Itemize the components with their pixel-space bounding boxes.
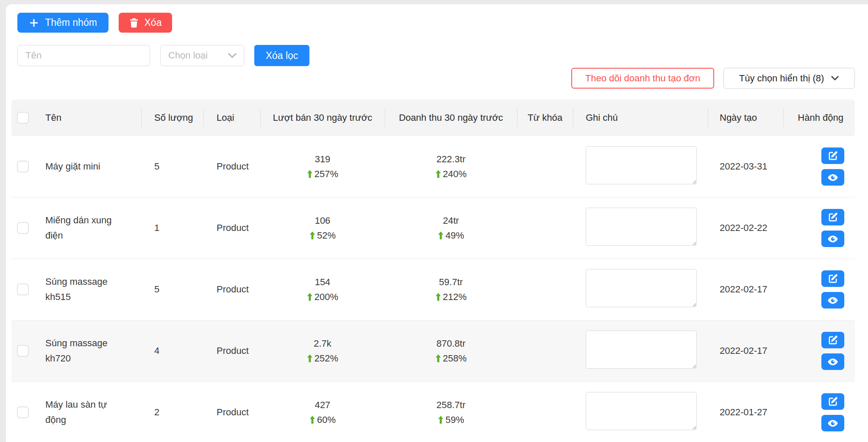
product-name-cell: Máy giặt mini — [40, 159, 141, 174]
sales-change: 252% — [314, 353, 338, 364]
sales-change: 257% — [314, 169, 338, 180]
revenue-value: 24tr — [443, 215, 459, 226]
note-cell — [573, 392, 708, 433]
display-options-label: Tùy chọn hiển thị (8) — [739, 74, 824, 83]
note-textarea[interactable] — [586, 331, 697, 369]
row-checkbox-cell — [11, 222, 40, 234]
note-cell — [573, 331, 708, 371]
view-button[interactable] — [821, 169, 844, 186]
row-actions-cell — [783, 332, 855, 370]
edit-square-icon — [827, 212, 838, 223]
note-textarea[interactable] — [586, 208, 697, 246]
row-checkbox[interactable] — [17, 161, 29, 172]
type-cell: Product — [203, 284, 260, 295]
row-actions-cell — [783, 209, 855, 247]
revenue-value: 870.8tr — [437, 338, 466, 349]
quantity-cell: 4 — [141, 345, 203, 356]
view-button[interactable] — [821, 353, 844, 370]
sales-value: 154 — [315, 277, 331, 288]
sales-change: 60% — [317, 414, 336, 425]
type-select[interactable]: Chọn loại — [160, 45, 244, 66]
sales-value: 319 — [315, 154, 331, 165]
toolbar: Thêm nhóm Xóa — [17, 13, 855, 33]
column-header-sales: Lượt bán 30 ngày trước — [260, 100, 385, 136]
display-options-button[interactable]: Tùy chọn hiển thị (8) — [723, 68, 855, 89]
product-name: Miếng dán xung điện — [45, 213, 125, 243]
sales-cell: 319 257% — [260, 154, 385, 180]
column-header-actions: Hành động — [783, 100, 855, 136]
edit-square-icon — [827, 150, 838, 161]
sales-cell: 106 52% — [260, 215, 385, 241]
revenue-change: 258% — [443, 353, 467, 364]
view-button[interactable] — [821, 415, 844, 431]
edit-button[interactable] — [821, 270, 844, 287]
revenue-cell: 24tr 49% — [385, 215, 517, 241]
eye-icon — [827, 172, 839, 183]
sales-value: 427 — [315, 400, 331, 411]
sales-value: 106 — [315, 215, 331, 226]
eye-icon — [827, 295, 839, 306]
clear-filter-button[interactable]: Xóa lọc — [254, 45, 309, 66]
created-date-cell: 2022-02-22 — [708, 222, 783, 234]
product-name: Súng massage kh515 — [45, 274, 125, 305]
created-date-cell: 2022-02-17 — [708, 345, 783, 356]
row-checkbox[interactable] — [17, 284, 29, 295]
note-textarea[interactable] — [586, 269, 697, 307]
product-name: Máy lau sàn tự động — [45, 397, 125, 428]
type-cell: Product — [203, 161, 260, 172]
select-all-checkbox[interactable] — [17, 112, 29, 124]
revenue-cell: 222.3tr 240% — [385, 154, 517, 180]
row-actions-cell — [783, 270, 855, 309]
column-header-created: Ngày tạo — [708, 100, 783, 136]
row-checkbox[interactable] — [17, 345, 29, 357]
product-name-cell: Miếng dán xung điện — [40, 213, 141, 243]
edit-button[interactable] — [821, 332, 844, 348]
table-body: Máy giặt mini 5 Product 319 257% 222.3tr — [11, 136, 855, 442]
row-actions-cell — [783, 393, 855, 431]
sales-change: 200% — [314, 292, 338, 303]
row-checkbox[interactable] — [17, 406, 29, 418]
created-date-cell: 2022-02-17 — [708, 284, 783, 295]
revenue-cell: 870.8tr 258% — [385, 338, 517, 364]
edit-button[interactable] — [821, 147, 844, 164]
product-group-table: Tên Số lượng Loại Lượt bán 30 ngày trước… — [11, 100, 855, 442]
sales-cell: 427 60% — [260, 400, 385, 425]
header-actions: Theo dõi doanh thu tạo đơn Tùy chọn hiển… — [11, 68, 855, 89]
plus-icon — [29, 18, 39, 28]
chevron-down-icon — [228, 53, 237, 58]
track-revenue-button[interactable]: Theo dõi doanh thu tạo đơn — [571, 68, 714, 89]
eye-icon — [827, 417, 839, 429]
row-actions-cell — [783, 147, 855, 186]
arrow-up-icon — [435, 354, 441, 362]
add-group-label: Thêm nhóm — [45, 18, 97, 28]
arrow-up-icon — [307, 293, 313, 301]
view-button[interactable] — [821, 292, 844, 309]
filter-bar: Chọn loại Xóa lọc — [17, 45, 855, 66]
product-name-cell: Súng massage kh515 — [40, 274, 141, 305]
delete-label: Xóa — [145, 18, 162, 28]
type-cell: Product — [203, 222, 260, 234]
sales-cell: 2.7k 252% — [260, 338, 385, 364]
edit-button[interactable] — [821, 209, 844, 225]
arrow-up-icon — [438, 231, 444, 239]
edit-square-icon — [827, 273, 838, 284]
note-textarea[interactable] — [586, 392, 697, 430]
note-textarea[interactable] — [586, 146, 697, 184]
row-checkbox-cell — [11, 406, 40, 418]
track-revenue-label: Theo dõi doanh thu tạo đơn — [585, 74, 700, 83]
column-header-quantity: Số lượng — [141, 100, 203, 136]
delete-button[interactable]: Xóa — [119, 13, 172, 33]
edit-button[interactable] — [821, 393, 844, 410]
product-name-cell: Súng massage kh720 — [40, 336, 141, 366]
chevron-down-icon — [831, 75, 839, 81]
name-filter-input[interactable] — [17, 45, 150, 66]
row-checkbox-cell — [11, 345, 40, 357]
table-header: Tên Số lượng Loại Lượt bán 30 ngày trước… — [11, 100, 855, 136]
edit-square-icon — [827, 335, 838, 346]
row-checkbox[interactable] — [17, 222, 29, 234]
column-header-name: Tên — [40, 100, 141, 136]
view-button[interactable] — [821, 231, 844, 247]
add-group-button[interactable]: Thêm nhóm — [17, 13, 108, 33]
sales-cell: 154 200% — [260, 277, 385, 303]
arrow-up-icon — [435, 293, 441, 301]
